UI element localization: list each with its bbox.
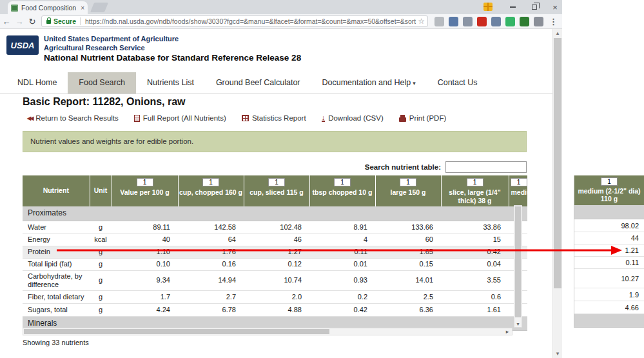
new-tab-button[interactable] (90, 3, 108, 12)
nutrient-cell: Protein (23, 246, 90, 258)
evernote-extension-icon[interactable] (505, 17, 515, 26)
database-title: National Nutrient Database for Standard … (44, 53, 301, 63)
value-cell: 44 (574, 232, 644, 244)
nav-item-documentation-help[interactable]: Documentation and Help▾ (311, 72, 427, 94)
col-header-medium-clipped: medium (2-1/2" dia) 110 g (509, 175, 527, 206)
col-header-unit: Unit (90, 175, 112, 206)
value-cell: 142.58 (178, 221, 244, 234)
nutrient-cell: Water (23, 221, 90, 234)
extension-icon[interactable] (491, 17, 501, 26)
minimize-icon (510, 6, 516, 8)
value-cell: 0.04 (441, 258, 509, 270)
nav-item-contact-us[interactable]: Contact Us (427, 72, 489, 94)
col-header-nutrient: Nutrient (23, 175, 90, 206)
nutrient-cell: Energy (23, 234, 90, 246)
medium-column-header: medium (2-1/2" dia) 110 g (574, 175, 644, 205)
unit-cell: g (90, 258, 112, 270)
value-cell: 1.7 (112, 290, 178, 303)
showing-count-text: Showing 33 nutrients (23, 339, 89, 346)
usda-department-line: United States Department of Agriculture (44, 35, 179, 43)
scroll-right-icon[interactable]: ▸ (503, 328, 511, 335)
col-header-large: large 150 g (375, 175, 441, 206)
scroll-down-icon[interactable]: ▾ (553, 350, 562, 358)
nutrient-search-input[interactable] (445, 161, 527, 173)
secure-label: Secure (54, 17, 76, 25)
unit-cell: kcal (90, 234, 112, 246)
print-pdf-link[interactable]: Print (PDF) (399, 114, 447, 122)
document-icon (134, 115, 140, 122)
col-header-slice-large: slice, large (1/4" thick) 38 g (441, 175, 509, 206)
unit-cell: g (90, 221, 112, 234)
section-header-proximates: Proximates (23, 206, 527, 221)
col-header-cup-chopped: cup, chopped 160 g (178, 175, 244, 206)
statistics-report-link[interactable]: Statistics Report (242, 114, 306, 122)
value-cell: 14.01 (375, 270, 441, 290)
extension-icon[interactable] (534, 17, 543, 26)
back-button[interactable]: ← (0, 17, 13, 26)
scrollbar-thumb[interactable] (515, 206, 521, 317)
usda-service-line: Agricultural Research Service (44, 44, 145, 52)
quantity-input[interactable] (137, 178, 153, 186)
nav-item-nutrients-list[interactable]: Nutrients List (136, 72, 205, 94)
quantity-input[interactable] (400, 178, 416, 186)
page-content: USDA United States Department of Agricul… (0, 29, 552, 358)
action-label: Download (CSV) (328, 114, 384, 122)
quantity-input[interactable] (511, 178, 527, 186)
quantity-input[interactable] (601, 177, 618, 186)
nav-item-food-search[interactable]: Food Search (68, 72, 136, 94)
value-cell: 2.7 (178, 290, 244, 303)
extension-icon[interactable] (449, 17, 458, 26)
value-cell: 6.36 (375, 303, 441, 316)
value-cell: 40 (112, 234, 178, 246)
adblock-extension-icon[interactable] (477, 17, 487, 26)
download-csv-link[interactable]: ↓Download (CSV) (322, 114, 384, 122)
quantity-input[interactable] (202, 178, 219, 186)
full-report-link[interactable]: Full Report (All Nutrients) (134, 114, 226, 122)
table-row: Fiber, total dietaryg 1.72.72.00.22.50.6 (23, 290, 527, 303)
value-cell: 1.76 (178, 246, 244, 258)
close-button[interactable]: × (545, 0, 565, 14)
extension-icon[interactable] (463, 17, 473, 26)
gift-icon[interactable] (483, 3, 493, 11)
restore-button[interactable] (525, 0, 544, 14)
value-cell: 0.15 (375, 258, 441, 270)
value-cell: 0.16 (178, 258, 244, 270)
browser-tab[interactable]: Food Composition Datab... × (8, 1, 88, 14)
main-navigation: NDL Home Food Search Nutrients List Grou… (0, 72, 552, 94)
extensions-area (434, 17, 543, 26)
value-cell: 1.65 (375, 246, 441, 258)
address-bar[interactable]: Secure https://ndb.nal.usda.gov/ndb/food… (41, 15, 428, 27)
table-horizontal-scrollbar[interactable]: ▸ (23, 328, 512, 335)
table-vertical-scrollbar[interactable]: ▾ (514, 205, 522, 328)
tab-close-icon[interactable]: × (81, 5, 84, 12)
nav-item-ndl-home[interactable]: NDL Home (6, 72, 68, 94)
value-cell: 0.6 (441, 290, 509, 303)
unit-cell: g (90, 303, 112, 316)
url-text[interactable]: https://ndb.nal.usda.gov/ndb/foods/show/… (80, 17, 424, 25)
reload-button[interactable]: ↻ (26, 17, 39, 26)
return-to-search-link[interactable]: ◀◀Return to Search Results (27, 114, 119, 122)
unit-cell: g (90, 246, 112, 258)
quantity-input[interactable] (268, 178, 285, 186)
scrollbar-thumb[interactable] (554, 38, 561, 288)
page-scrollbar[interactable]: ▴ ▾ (552, 29, 562, 358)
extension-icon[interactable] (520, 17, 529, 26)
extension-icon[interactable] (434, 17, 444, 26)
browser-menu-icon[interactable]: ⋮ (549, 17, 558, 26)
bookmark-star-icon[interactable]: ☆ (416, 17, 425, 26)
usda-logo[interactable]: USDA (6, 35, 39, 55)
forward-button[interactable]: → (13, 17, 26, 26)
value-cell: 2.0 (244, 290, 309, 303)
nutrient-search-row: Search nutrient table: (23, 161, 527, 173)
minimize-button[interactable] (503, 0, 522, 14)
quantity-input[interactable] (467, 178, 483, 186)
quantity-input[interactable] (334, 178, 351, 186)
scroll-up-icon[interactable]: ▴ (553, 29, 562, 37)
scrollbar-thumb[interactable] (24, 329, 329, 334)
table-row: Total lipid (fat)g 0.100.160.120.010.150… (23, 258, 527, 270)
value-cell: 0.93 (309, 270, 375, 290)
scroll-down-icon[interactable]: ▾ (514, 321, 522, 327)
nav-item-ground-beef-calculator[interactable]: Ground Beef Calculator (205, 72, 311, 94)
value-cell: 3.55 (441, 270, 509, 290)
table-row-protein: Proteing 1.101.761.270.111.650.42 (23, 246, 527, 258)
